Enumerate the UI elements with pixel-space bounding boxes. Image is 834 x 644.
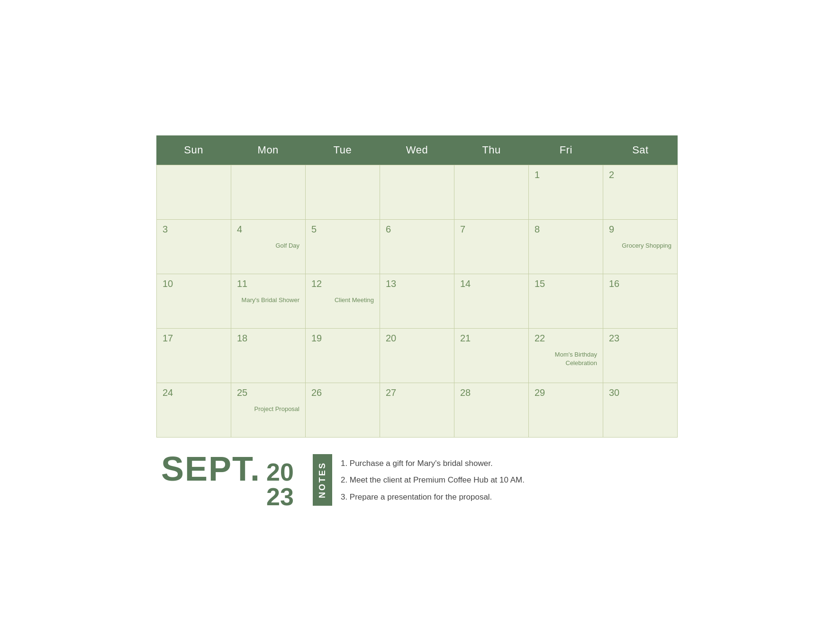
calendar-cell[interactable]: 11Mary's Bridal Shower — [231, 274, 306, 329]
cell-number: 6 — [386, 224, 448, 234]
cell-number: 10 — [163, 279, 225, 288]
notes-content: 1. Purchase a gift for Mary's bridal sho… — [341, 454, 525, 506]
cell-event: Mary's Bridal Shower — [237, 296, 299, 304]
cell-number: 30 — [609, 388, 671, 397]
calendar-cell[interactable]: 15 — [529, 274, 603, 329]
cell-event: Project Proposal — [237, 405, 299, 413]
cell-number: 12 — [311, 279, 374, 288]
calendar-cell[interactable]: 17 — [157, 329, 231, 383]
calendar-cell[interactable]: 4Golf Day — [231, 220, 306, 274]
note-item-1: 1. Purchase a gift for Mary's bridal sho… — [341, 457, 525, 470]
calendar-cell[interactable]: 13 — [380, 274, 454, 329]
calendar-cell[interactable]: 8 — [529, 220, 603, 274]
calendar-cell[interactable]: 26 — [306, 383, 380, 438]
day-header-sat: Sat — [603, 135, 678, 165]
cell-number: 8 — [535, 224, 597, 234]
notes-label: NOTES — [313, 454, 332, 506]
calendar-cell[interactable]: 16 — [603, 274, 678, 329]
cell-number: 13 — [386, 279, 448, 288]
cell-event: Client Meeting — [311, 296, 374, 304]
cell-number: 3 — [163, 224, 225, 234]
note-item-3: 3. Prepare a presentation for the propos… — [341, 491, 525, 503]
calendar-cell[interactable]: 29 — [529, 383, 603, 438]
calendar-cell[interactable]: 2 — [603, 165, 678, 220]
cell-number: 14 — [460, 279, 523, 288]
footer-year: 20 23 — [266, 460, 294, 509]
month-name: SEPT. — [161, 452, 261, 486]
cell-number: 18 — [237, 333, 299, 343]
calendar-cell[interactable]: 1 — [529, 165, 603, 220]
calendar-cell[interactable]: 27 — [380, 383, 454, 438]
cell-number: 5 — [311, 224, 374, 234]
calendar-cell[interactable]: 10 — [157, 274, 231, 329]
calendar-cell[interactable]: 23 — [603, 329, 678, 383]
calendar-cell[interactable] — [231, 165, 306, 220]
calendar-cell[interactable]: 14 — [454, 274, 529, 329]
cell-number: 24 — [163, 388, 225, 397]
year-top: 20 — [266, 460, 294, 484]
day-header-wed: Wed — [380, 135, 454, 165]
notes-section: NOTES 1. Purchase a gift for Mary's brid… — [313, 454, 525, 506]
cell-event: Golf Day — [237, 242, 299, 250]
calendar-cell[interactable]: 12Client Meeting — [306, 274, 380, 329]
calendar-footer: SEPT. 20 23 NOTES 1. Purchase a gift for… — [156, 452, 678, 509]
calendar-cell[interactable]: 20 — [380, 329, 454, 383]
cell-number: 20 — [386, 333, 448, 343]
day-header-fri: Fri — [529, 135, 603, 165]
cell-number: 21 — [460, 333, 523, 343]
day-header-tue: Tue — [305, 135, 380, 165]
cell-event: Mom's Birthday Celebration — [535, 350, 597, 367]
cell-number: 22 — [535, 333, 597, 343]
cell-number: 9 — [609, 224, 671, 234]
calendar-cell[interactable]: 25Project Proposal — [231, 383, 306, 438]
day-header-sun: Sun — [156, 135, 231, 165]
day-header-mon: Mon — [231, 135, 305, 165]
calendar-cell[interactable] — [157, 165, 231, 220]
day-header-thu: Thu — [454, 135, 529, 165]
calendar-cell[interactable] — [380, 165, 454, 220]
note-item-2: 2. Meet the client at Premium Coffee Hub… — [341, 474, 525, 486]
calendar-cell[interactable]: 9Grocery Shopping — [603, 220, 678, 274]
calendar-cell[interactable]: 28 — [454, 383, 529, 438]
cell-number: 27 — [386, 388, 448, 397]
cell-number: 4 — [237, 224, 299, 234]
cell-number: 17 — [163, 333, 225, 343]
cell-number: 23 — [609, 333, 671, 343]
cell-number: 2 — [609, 170, 671, 179]
calendar-cell[interactable]: 19 — [306, 329, 380, 383]
calendar-container: SunMonTueWedThuFriSat 1234Golf Day56789G… — [156, 135, 678, 509]
cell-number: 7 — [460, 224, 523, 234]
calendar-header: SunMonTueWedThuFriSat — [156, 135, 678, 165]
year-bottom: 23 — [266, 484, 294, 509]
calendar-cell[interactable]: 24 — [157, 383, 231, 438]
cell-number: 25 — [237, 388, 299, 397]
cell-number: 26 — [311, 388, 374, 397]
calendar-grid: 1234Golf Day56789Grocery Shopping1011Mar… — [156, 165, 678, 438]
calendar-cell[interactable] — [454, 165, 529, 220]
calendar-cell[interactable] — [306, 165, 380, 220]
footer-month: SEPT. 20 23 — [161, 452, 294, 509]
calendar-cell[interactable]: 5 — [306, 220, 380, 274]
cell-number: 11 — [237, 279, 299, 288]
calendar-cell[interactable]: 7 — [454, 220, 529, 274]
cell-number: 29 — [535, 388, 597, 397]
calendar-cell[interactable]: 3 — [157, 220, 231, 274]
calendar-cell[interactable]: 18 — [231, 329, 306, 383]
cell-number: 15 — [535, 279, 597, 288]
calendar-cell[interactable]: 30 — [603, 383, 678, 438]
cell-number: 19 — [311, 333, 374, 343]
calendar-cell[interactable]: 6 — [380, 220, 454, 274]
cell-number: 1 — [535, 170, 597, 179]
calendar-cell[interactable]: 21 — [454, 329, 529, 383]
calendar-cell[interactable]: 22Mom's Birthday Celebration — [529, 329, 603, 383]
cell-event: Grocery Shopping — [609, 242, 671, 250]
cell-number: 28 — [460, 388, 523, 397]
cell-number: 16 — [609, 279, 671, 288]
